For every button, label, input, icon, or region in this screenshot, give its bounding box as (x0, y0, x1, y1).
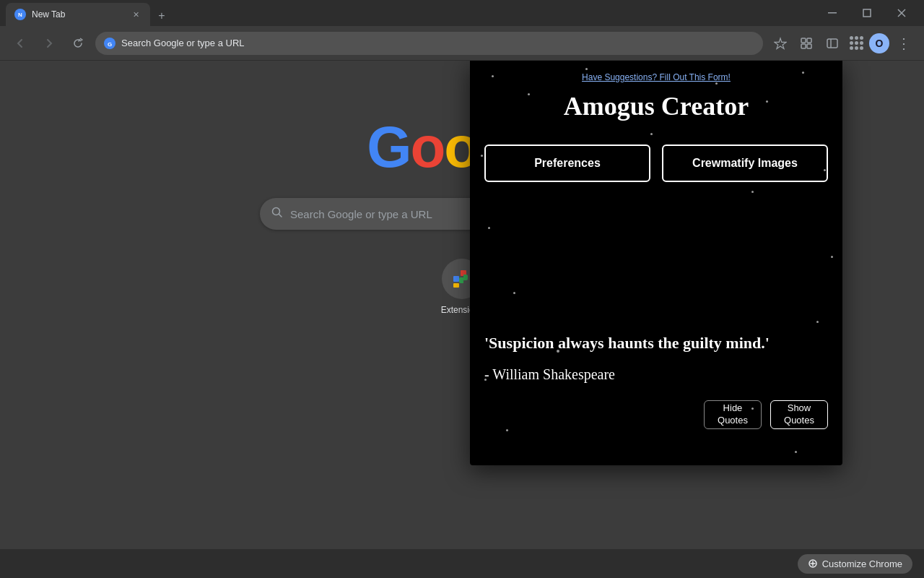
quote-buttons: HideQuotes ShowQuotes (484, 400, 828, 429)
svg-rect-11 (807, 44, 811, 48)
particle (824, 169, 826, 171)
preferences-button[interactable]: Preferences (484, 144, 650, 182)
svg-rect-8 (801, 38, 806, 43)
particle (481, 155, 483, 157)
particle (484, 379, 487, 381)
particle (557, 350, 559, 353)
customize-chrome-label: Customize Chrome (822, 558, 902, 569)
particle (751, 407, 754, 410)
browser-frame: N New Tab ✕ + (0, 0, 924, 578)
svg-rect-2 (828, 12, 837, 14)
svg-text:N: N (18, 12, 22, 18)
window-controls (816, 1, 918, 25)
bookmark-star-icon[interactable] (769, 32, 792, 55)
svg-rect-3 (863, 9, 871, 17)
toolbar-icons: O ⋮ (769, 32, 915, 55)
hide-quotes-button[interactable]: HideQuotes (704, 400, 762, 429)
panel-buttons-row: Preferences Crewmatify Images (470, 144, 842, 197)
svg-line-15 (279, 215, 282, 217)
customize-chrome-button[interactable]: Customize Chrome (798, 554, 912, 574)
quote-text: 'Suspicion always haunts the guilty mind… (484, 332, 828, 355)
sidebar-toggle-icon[interactable] (821, 32, 844, 55)
search-placeholder: Search Google or type a URL (290, 208, 432, 220)
new-tab-button[interactable]: + (152, 6, 172, 26)
address-bar: G Search Google or type a URL O ⋮ (0, 26, 924, 61)
extension-panel: Have Suggestions? Fill Out This Form! Am… (470, 61, 842, 465)
particle (506, 429, 508, 431)
svg-text:G: G (108, 40, 112, 47)
chrome-menu-icon[interactable]: ⋮ (892, 32, 915, 55)
page-content: Google Search Google or type a URL (0, 61, 924, 578)
tab-favicon: N (14, 9, 26, 20)
title-bar: N New Tab ✕ + (0, 0, 924, 26)
maximize-button[interactable] (850, 1, 884, 25)
panel-title: Amogus Creator (484, 91, 828, 121)
profile-icon[interactable]: O (869, 33, 889, 53)
apps-grid-icon[interactable] (850, 36, 863, 50)
particle (513, 292, 515, 294)
svg-rect-18 (453, 283, 459, 288)
search-icon (271, 207, 283, 221)
panel-header: Have Suggestions? Fill Out This Form! Am… (470, 61, 842, 144)
svg-rect-12 (827, 39, 837, 48)
panel-quote: 'Suspicion always haunts the guilty mind… (470, 318, 842, 465)
particle (488, 227, 490, 229)
crewmatify-button[interactable]: Crewmatify Images (662, 144, 828, 182)
particle (751, 191, 754, 193)
svg-rect-10 (801, 44, 806, 48)
extension-puzzle-icon[interactable] (795, 32, 818, 55)
address-text: Search Google or type a URL (121, 38, 754, 48)
tab-title: New Tab (32, 9, 124, 20)
svg-rect-16 (453, 276, 459, 282)
tab-strip: N New Tab ✕ + (6, 0, 813, 26)
tab-close-button[interactable]: ✕ (130, 9, 141, 20)
show-quotes-button[interactable]: ShowQuotes (770, 400, 828, 429)
minimize-button[interactable] (816, 1, 849, 25)
particle (816, 321, 819, 323)
address-favicon: G (104, 38, 116, 49)
svg-rect-9 (807, 38, 811, 43)
amogus-canvas-area (470, 197, 842, 318)
particle (795, 451, 797, 453)
bottom-bar: Customize Chrome (0, 549, 924, 578)
close-button[interactable] (885, 1, 918, 25)
suggestions-link[interactable]: Have Suggestions? Fill Out This Form! (484, 72, 828, 82)
address-input[interactable]: G Search Google or type a URL (95, 32, 763, 55)
quote-author: - William Shakespeare (484, 366, 828, 383)
back-button[interactable] (9, 32, 32, 55)
reload-button[interactable] (66, 32, 90, 55)
particle (831, 256, 833, 258)
active-tab[interactable]: N New Tab ✕ (6, 3, 150, 26)
forward-button[interactable] (38, 32, 61, 55)
